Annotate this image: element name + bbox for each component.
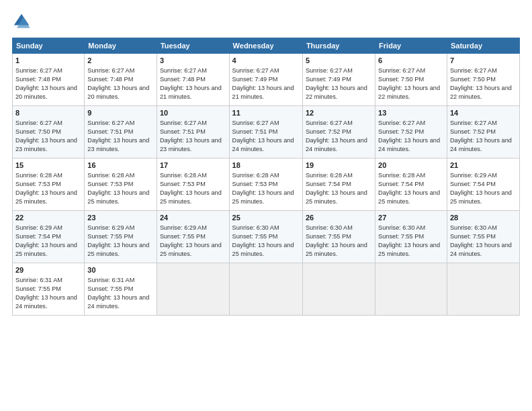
day-number: 5 [306,56,372,66]
day-number: 9 [87,108,154,118]
day-number: 22 [15,213,81,223]
daylight-label: Daylight: 13 hours and 24 minutes. [378,137,440,152]
header-cell-thursday: Thursday [302,38,375,54]
daylight-label: Daylight: 13 hours and 24 minutes. [306,137,367,152]
sunrise-label: Sunrise: 6:30 AM [450,224,497,231]
day-number: 29 [15,265,81,275]
calendar-cell: 6Sunrise: 6:27 AMSunset: 7:50 PMDaylight… [375,54,447,106]
daylight-label: Daylight: 13 hours and 21 minutes. [232,85,294,100]
calendar-cell: 20Sunrise: 6:28 AMSunset: 7:54 PMDayligh… [375,158,447,211]
daylight-label: Daylight: 13 hours and 20 minutes. [87,85,149,100]
sunrise-label: Sunrise: 6:27 AM [306,120,353,126]
calendar-cell: 7Sunrise: 6:27 AMSunset: 7:50 PMDaylight… [447,54,519,106]
sunset-label: Sunset: 7:52 PM [378,128,424,135]
daylight-label: Daylight: 13 hours and 24 minutes. [232,137,294,152]
calendar-cell: 23Sunrise: 6:29 AMSunset: 7:55 PMDayligh… [85,211,157,263]
daylight-label: Daylight: 13 hours and 23 minutes. [15,137,77,152]
calendar-cell: 4Sunrise: 6:27 AMSunset: 7:49 PMDaylight… [229,54,302,106]
calendar-cell: 29Sunrise: 6:31 AMSunset: 7:55 PMDayligh… [13,263,85,316]
header-cell-monday: Monday [85,38,157,54]
sunrise-label: Sunrise: 6:27 AM [232,67,279,74]
calendar-cell: 1Sunrise: 6:27 AMSunset: 7:48 PMDaylight… [13,54,85,106]
calendar-cell: 28Sunrise: 6:30 AMSunset: 7:55 PMDayligh… [447,211,519,263]
day-number: 12 [306,108,372,118]
sunrise-label: Sunrise: 6:27 AM [450,67,497,74]
daylight-label: Daylight: 13 hours and 22 minutes. [450,85,512,100]
header-cell-saturday: Saturday [447,38,519,54]
calendar-cell [302,263,375,316]
calendar-cell [375,263,447,316]
day-number: 19 [306,161,372,171]
calendar-cell: 16Sunrise: 6:28 AMSunset: 7:53 PMDayligh… [85,158,157,211]
logo-icon [12,12,31,31]
sunrise-label: Sunrise: 6:27 AM [15,120,62,126]
day-number: 21 [450,161,517,171]
calendar-cell: 27Sunrise: 6:30 AMSunset: 7:55 PMDayligh… [375,211,447,263]
calendar-cell: 26Sunrise: 6:30 AMSunset: 7:55 PMDayligh… [302,211,375,263]
sunrise-label: Sunrise: 6:27 AM [160,120,207,126]
sunrise-label: Sunrise: 6:29 AM [87,224,134,231]
calendar-body: 1Sunrise: 6:27 AMSunset: 7:48 PMDaylight… [13,54,520,316]
sunrise-label: Sunrise: 6:27 AM [15,67,62,74]
daylight-label: Daylight: 13 hours and 25 minutes. [232,242,294,257]
daylight-label: Daylight: 13 hours and 25 minutes. [15,242,77,257]
sunset-label: Sunset: 7:48 PM [15,76,61,83]
sunset-label: Sunset: 7:48 PM [160,76,206,83]
calendar-cell: 25Sunrise: 6:30 AMSunset: 7:55 PMDayligh… [229,211,302,263]
header-cell-sunday: Sunday [13,38,85,54]
calendar-row-2: 8Sunrise: 6:27 AMSunset: 7:50 PMDaylight… [13,106,520,158]
sunrise-label: Sunrise: 6:28 AM [15,172,62,179]
sunset-label: Sunset: 7:55 PM [160,233,206,240]
sunrise-label: Sunrise: 6:31 AM [15,277,62,283]
sunset-label: Sunset: 7:53 PM [87,181,133,187]
calendar-cell: 2Sunrise: 6:27 AMSunset: 7:48 PMDaylight… [85,54,157,106]
sunrise-label: Sunrise: 6:27 AM [87,67,134,74]
calendar-cell: 21Sunrise: 6:29 AMSunset: 7:54 PMDayligh… [447,158,519,211]
calendar-cell: 15Sunrise: 6:28 AMSunset: 7:53 PMDayligh… [13,158,85,211]
sunset-label: Sunset: 7:48 PM [87,76,133,83]
daylight-label: Daylight: 13 hours and 25 minutes. [232,189,294,205]
calendar-cell [229,263,302,316]
header-cell-tuesday: Tuesday [157,38,229,54]
calendar-cell: 17Sunrise: 6:28 AMSunset: 7:53 PMDayligh… [157,158,229,211]
sunrise-label: Sunrise: 6:29 AM [160,224,207,231]
daylight-label: Daylight: 13 hours and 21 minutes. [160,85,222,100]
sunset-label: Sunset: 7:54 PM [378,181,424,187]
sunrise-label: Sunrise: 6:27 AM [378,67,425,74]
sunset-label: Sunset: 7:54 PM [450,181,496,187]
sunrise-label: Sunrise: 6:28 AM [160,172,207,179]
day-number: 23 [87,213,154,223]
header-cell-wednesday: Wednesday [229,38,302,54]
sunrise-label: Sunrise: 6:29 AM [450,172,497,179]
daylight-label: Daylight: 13 hours and 20 minutes. [15,85,77,100]
logo [12,12,32,31]
sunset-label: Sunset: 7:55 PM [87,233,133,240]
daylight-label: Daylight: 13 hours and 24 minutes. [450,137,512,152]
sunset-label: Sunset: 7:55 PM [15,285,61,292]
sunset-label: Sunset: 7:53 PM [232,181,278,187]
calendar-cell: 30Sunrise: 6:31 AMSunset: 7:55 PMDayligh… [85,263,157,316]
header-cell-friday: Friday [375,38,447,54]
day-number: 1 [15,56,81,66]
sunset-label: Sunset: 7:55 PM [378,233,424,240]
calendar-cell: 22Sunrise: 6:29 AMSunset: 7:54 PMDayligh… [13,211,85,263]
day-number: 27 [378,213,444,223]
day-number: 26 [306,213,372,223]
daylight-label: Daylight: 13 hours and 25 minutes. [87,189,149,205]
sunrise-label: Sunrise: 6:30 AM [232,224,279,231]
calendar-row-5: 29Sunrise: 6:31 AMSunset: 7:55 PMDayligh… [13,263,520,316]
day-number: 7 [450,56,517,66]
day-number: 14 [450,108,517,118]
calendar-row-4: 22Sunrise: 6:29 AMSunset: 7:54 PMDayligh… [13,211,520,263]
sunset-label: Sunset: 7:55 PM [306,233,351,240]
sunrise-label: Sunrise: 6:27 AM [306,67,353,74]
daylight-label: Daylight: 13 hours and 24 minutes. [87,294,149,310]
day-number: 10 [160,108,226,118]
sunrise-label: Sunrise: 6:27 AM [160,67,207,74]
calendar-cell: 10Sunrise: 6:27 AMSunset: 7:51 PMDayligh… [157,106,229,158]
calendar-cell: 13Sunrise: 6:27 AMSunset: 7:52 PMDayligh… [375,106,447,158]
day-number: 11 [232,108,300,118]
calendar-cell: 8Sunrise: 6:27 AMSunset: 7:50 PMDaylight… [13,106,85,158]
calendar-cell: 24Sunrise: 6:29 AMSunset: 7:55 PMDayligh… [157,211,229,263]
sunset-label: Sunset: 7:49 PM [232,76,278,83]
